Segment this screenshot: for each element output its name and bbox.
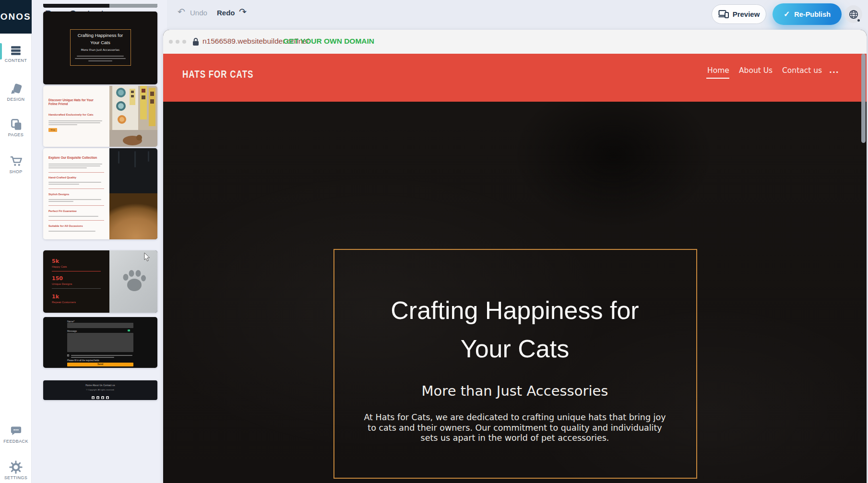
thumb-discover-subheading: Handcrafted Exclusively for Cats [48, 113, 106, 116]
stat-label-1: Unique Designs [52, 283, 72, 285]
thumb-collection-item-2: Perfect Fit Guarantee [48, 210, 106, 212]
social-icon [92, 396, 95, 399]
sidebar-item-settings[interactable]: SETTINGS [0, 460, 32, 480]
sidebar-item-shop[interactable]: SHOP [0, 154, 32, 174]
ionos-logo-text: IONOS [0, 12, 31, 22]
main-sidebar: IONOS CONTENT DESIGN PAGES [0, 0, 32, 483]
thumb-shop-now-button: Shop Now [48, 128, 57, 132]
window-dot [169, 40, 173, 44]
sidebar-label-feedback: FEEDBACK [0, 439, 32, 444]
thumb-hero-subtitle: More than Just Accessories [43, 48, 157, 51]
thumb-footer-copyright: © Copyright. All rights reserved. [43, 389, 157, 391]
social-icon [101, 396, 104, 399]
thumb-footer-nav: Home About Us Contact us [43, 384, 157, 387]
design-icon [10, 82, 23, 95]
globe-notification-dot [857, 19, 860, 22]
republish-button-label: Re-Publish [794, 11, 831, 18]
thumb-contact-send-button: Send [67, 363, 133, 366]
site-preview-canvas: n1566589.websitebuilder.online/ GET YOUR… [163, 30, 867, 483]
nav-more-ellipsis[interactable]: ... [829, 66, 839, 75]
thumb-contact-message-label: Message [67, 330, 77, 332]
thumb-contact-required-note: Please fill in all the required fields [67, 359, 99, 362]
section-thumbnail-hero[interactable]: Crafting Happiness forYour Cats More tha… [43, 12, 157, 84]
thumb-collection-item-0: Hand-Crafted Quality [48, 176, 106, 179]
thumb-hero-title-2: Your Cats [90, 40, 110, 45]
stat-value-0: 5k [52, 258, 59, 264]
section-thumbnail-footer[interactable]: Home About Us Contact us © Copyright. Al… [43, 380, 157, 400]
section-thumbnail-stats[interactable]: 5k Happy Cats 150 Unique Designs 1k Repe… [43, 250, 157, 313]
sidebar-item-content[interactable]: CONTENT [0, 44, 32, 63]
redo-button[interactable]: Redo [217, 9, 235, 17]
undo-icon[interactable]: ↶ [178, 6, 185, 17]
clipped-thumbnail-sliver[interactable] [43, 4, 157, 8]
preview-button[interactable]: Preview [712, 4, 766, 24]
settings-icon [9, 460, 23, 474]
social-icon [96, 396, 99, 399]
hero-body-text: At Hats for Cats, we are dedicated to cr… [361, 412, 668, 444]
section-thumbnail-contact[interactable]: Name* Message Please fill in all the req… [43, 317, 157, 368]
globe-icon [848, 9, 859, 20]
sidebar-label-shop: SHOP [0, 169, 32, 174]
sidebar-label-design: DESIGN [0, 97, 32, 102]
site-brand[interactable]: HATS FOR CATS [182, 69, 253, 81]
sidebar-item-design[interactable]: DESIGN [0, 82, 32, 102]
content-icon [10, 44, 22, 57]
stat-label-0: Happy Cats [52, 265, 67, 268]
browser-url-bar: n1566589.websitebuilder.online/ GET YOUR… [163, 30, 867, 54]
thumb-collection-item-3: Suitable for All Occasions [48, 224, 106, 227]
section-thumbnail-discover[interactable]: Discover Unique Hats for Your Feline Fri… [43, 86, 157, 147]
sidebar-label-content: CONTENT [0, 58, 32, 63]
hero-title: Crafting Happiness forYour Cats [163, 291, 867, 368]
shop-icon [9, 154, 23, 168]
window-dot [182, 40, 186, 44]
undo-button[interactable]: Undo [190, 9, 207, 17]
sidebar-item-feedback[interactable]: FEEDBACK [0, 424, 32, 444]
stat-label-2: Repeat Customers [52, 301, 76, 304]
thumb-collection-photo [109, 148, 157, 239]
thumb-discover-photo [109, 86, 157, 147]
canvas-scrollbar-thumb[interactable] [861, 54, 866, 143]
devices-icon [718, 10, 729, 19]
redo-icon[interactable]: ↷ [239, 6, 247, 17]
thumb-contact-message-input [67, 333, 133, 352]
site-header: HATS FOR CATS Home About Us Contact us .… [163, 54, 867, 102]
sidebar-label-settings: SETTINGS [0, 475, 32, 480]
check-icon: ✓ [784, 10, 790, 19]
thumb-discover-heading: Discover Unique Hats for Your Feline Fri… [48, 98, 101, 106]
thumb-contact-name-input [67, 323, 133, 328]
lock-icon [192, 37, 200, 47]
window-dot [176, 40, 179, 44]
hero-subtitle: More than Just Accessories [163, 383, 867, 399]
hero-section[interactable]: Crafting Happiness forYour Cats More tha… [163, 102, 867, 483]
thumb-collection-item-1: Stylish Designs [48, 193, 106, 196]
thumb-collection-heading: Explore Our Exquisite Collection [48, 156, 106, 160]
thumb-hero-title-1: Crafting Happiness for [78, 33, 123, 38]
stat-value-1: 150 [52, 275, 63, 282]
feedback-icon [10, 424, 23, 437]
thumb-contact-emoji-icon [128, 330, 130, 331]
pages-icon [10, 118, 23, 131]
ionos-logo[interactable]: IONOS [0, 0, 32, 34]
thumb-contact-checkbox [67, 354, 69, 356]
app-root: IONOS CONTENT DESIGN PAGES [0, 0, 868, 483]
page-content-panel: Page Content Crafting Happiness forYour … [32, 0, 167, 483]
social-icon [106, 396, 109, 399]
republish-button[interactable]: ✓ Re-Publish [773, 3, 842, 25]
sidebar-label-pages: PAGES [0, 132, 32, 137]
nav-contact-us[interactable]: Contact us [782, 66, 822, 75]
mouse-cursor [144, 252, 151, 262]
nav-home[interactable]: Home [707, 66, 729, 75]
nav-active-underline [706, 78, 729, 79]
section-thumbnail-collection[interactable]: Explore Our Exquisite Collection Hand-Cr… [43, 148, 157, 239]
get-domain-link[interactable]: GET YOUR OWN DOMAIN [283, 37, 374, 46]
sidebar-item-pages[interactable]: PAGES [0, 118, 32, 137]
preview-button-label: Preview [733, 10, 760, 18]
nav-about-us[interactable]: About Us [739, 66, 773, 75]
stat-value-2: 1k [52, 294, 59, 300]
